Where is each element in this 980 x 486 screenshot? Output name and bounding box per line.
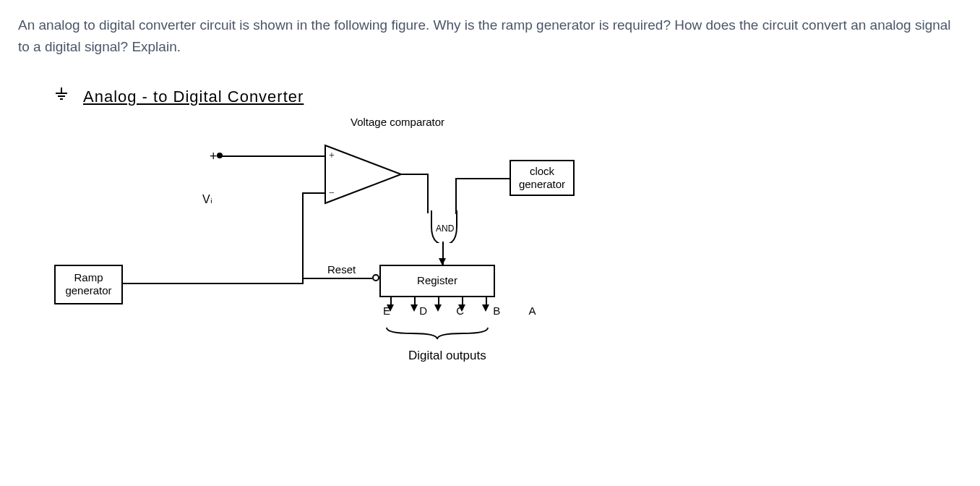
comparator-plus: +: [329, 150, 335, 161]
plus-terminal: +: [210, 149, 218, 164]
comparator-minus: −: [329, 187, 335, 199]
clock-generator-block: clock generator: [510, 160, 575, 196]
wire: [302, 192, 304, 284]
digital-outputs-label: Digital outputs: [408, 348, 486, 364]
register-block: Register: [379, 265, 495, 297]
reset-input-circle: [372, 274, 379, 281]
output-pin-labels: E D C B A: [383, 304, 549, 317]
wire: [304, 278, 372, 279]
svg-marker-0: [325, 145, 401, 203]
voltage-comparator: [322, 142, 408, 207]
and-gate-label: AND: [436, 223, 454, 234]
wire: [455, 178, 510, 179]
wire: [220, 155, 325, 157]
wire: [427, 174, 429, 213]
wire: [123, 283, 304, 284]
wire: [302, 192, 325, 194]
arrow-icon: [439, 258, 446, 265]
diagram-title: Analog - to Digital Converter: [83, 88, 304, 106]
circuit-diagram: Analog - to Digital Converter Ramp gener…: [54, 88, 705, 435]
wire: [400, 174, 429, 175]
question-text: An analog to digital converter circuit i…: [18, 14, 962, 59]
wire: [455, 178, 457, 214]
ground-symbol: [54, 88, 69, 102]
input-voltage-label: Vᵢ: [202, 192, 212, 206]
reset-label: Reset: [327, 263, 356, 276]
comparator-label: Voltage comparator: [351, 116, 444, 129]
ramp-generator-block: Ramp generator: [54, 265, 123, 304]
terminal-dot: [217, 153, 223, 158]
brace-icon: [383, 326, 491, 341]
